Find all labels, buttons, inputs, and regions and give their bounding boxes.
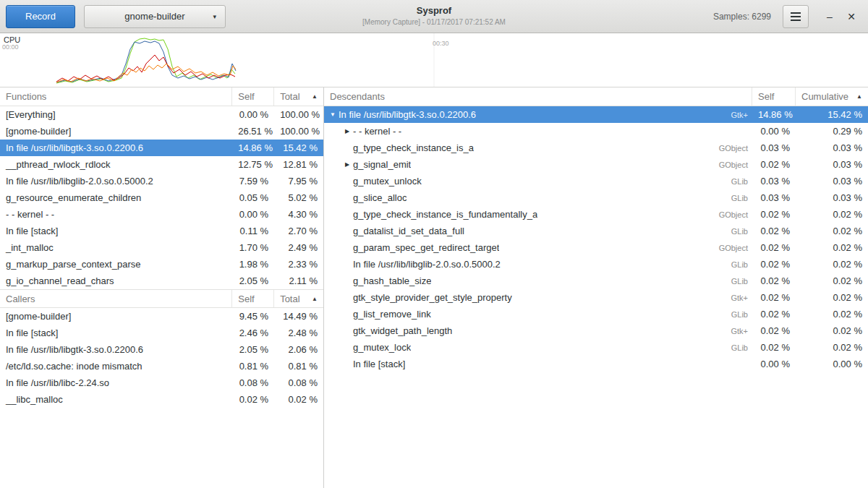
expander-closed-icon[interactable]: ▶ bbox=[341, 161, 353, 168]
cumulative-percent: 0.02 % bbox=[796, 242, 868, 253]
total-percent: 4.30 % bbox=[274, 209, 323, 220]
table-row[interactable]: _int_malloc1.70 %2.49 % bbox=[0, 239, 323, 256]
total-percent: 100.00 % bbox=[274, 109, 323, 120]
cpu-graph-area[interactable]: CPU 00:00 00:30 bbox=[0, 33, 868, 87]
self-percent: 0.02 % bbox=[232, 394, 274, 405]
table-row[interactable]: g_type_check_instance_is_aGObject0.03 %0… bbox=[324, 140, 868, 156]
cumulative-percent: 15.42 % bbox=[796, 109, 868, 120]
table-row[interactable]: In file [stack]0.11 %2.70 % bbox=[0, 223, 323, 239]
record-button[interactable]: Record bbox=[6, 5, 75, 28]
table-row[interactable]: ▶- - kernel - -0.00 %0.29 % bbox=[324, 123, 868, 140]
table-row[interactable]: g_markup_parse_context_parse1.98 %2.33 % bbox=[0, 256, 323, 273]
table-row[interactable]: g_datalist_id_set_data_fullGLib0.02 %0.0… bbox=[324, 223, 868, 239]
descendant-name-cell: g_param_spec_get_redirect_targetGObject bbox=[324, 242, 752, 253]
table-row[interactable]: g_mutex_lockGLib0.02 %0.02 % bbox=[324, 339, 868, 356]
total-percent: 15.42 % bbox=[274, 142, 323, 153]
function-name: [Everything] bbox=[0, 109, 232, 120]
table-row[interactable]: [Everything]0.00 %100.00 % bbox=[0, 106, 323, 123]
function-name: _int_malloc bbox=[0, 242, 232, 253]
table-row[interactable]: [gnome-builder]9.45 %14.49 % bbox=[0, 308, 323, 325]
column-header-callers[interactable]: Callers bbox=[0, 290, 232, 307]
function-name: g_param_spec_get_redirect_target bbox=[353, 242, 499, 253]
column-header-total[interactable]: Total ▲ bbox=[274, 87, 323, 106]
self-percent: 0.00 % bbox=[752, 359, 796, 369]
function-name: - - kernel - - bbox=[353, 126, 401, 137]
table-row[interactable]: In file /usr/lib/libgtk-3.so.0.2200.62.0… bbox=[0, 341, 323, 358]
table-row[interactable]: ▼In file /usr/lib/libgtk-3.so.0.2200.6Gt… bbox=[324, 106, 868, 123]
minimize-button[interactable]: – bbox=[819, 11, 841, 22]
function-name: g_hash_table_size bbox=[353, 275, 431, 286]
function-name: gtk_widget_path_length bbox=[353, 325, 452, 336]
functions-header-row: Functions Self Total ▲ bbox=[0, 87, 323, 106]
samples-count: Samples: 6299 bbox=[713, 12, 771, 22]
self-percent: 0.02 % bbox=[752, 226, 796, 236]
descendants-table-body: ▼In file /usr/lib/libgtk-3.so.0.2200.6Gt… bbox=[324, 106, 868, 372]
close-button[interactable]: ✕ bbox=[841, 11, 862, 22]
total-percent: 7.95 % bbox=[274, 176, 323, 187]
column-header-self[interactable]: Self bbox=[232, 87, 274, 106]
function-name: g_signal_emit bbox=[353, 159, 411, 170]
target-selector-dropdown[interactable]: gnome-builder ▾ bbox=[84, 5, 226, 28]
self-percent: 14.86 % bbox=[752, 109, 796, 120]
column-header-self[interactable]: Self bbox=[232, 290, 274, 307]
function-name: - - kernel - - bbox=[0, 209, 232, 220]
cumulative-percent: 0.03 % bbox=[796, 159, 868, 170]
function-name: In file /usr/lib/libglib-2.0.so.0.5000.2 bbox=[353, 259, 501, 270]
library-badge: Gtk+ bbox=[725, 111, 752, 119]
table-row[interactable]: ▶g_signal_emitGObject0.02 %0.03 % bbox=[324, 156, 868, 173]
self-percent: 1.98 % bbox=[232, 259, 274, 270]
table-row[interactable]: gtk_style_provider_get_style_propertyGtk… bbox=[324, 289, 868, 306]
column-header-functions[interactable]: Functions bbox=[0, 87, 232, 106]
table-row[interactable]: In file /usr/lib/libc-2.24.so0.08 %0.08 … bbox=[0, 374, 323, 391]
column-header-self[interactable]: Self bbox=[752, 87, 796, 106]
column-header-cumulative[interactable]: Cumulative ▲ bbox=[796, 87, 868, 106]
target-selector-label: gnome-builder bbox=[124, 11, 184, 22]
menu-button[interactable] bbox=[783, 5, 809, 28]
capture-subtitle: [Memory Capture] - 01/17/2017 07:21:52 A… bbox=[362, 18, 506, 26]
table-row[interactable]: g_param_spec_get_redirect_targetGObject0… bbox=[324, 239, 868, 256]
table-row[interactable]: /etc/ld.so.cache: inode mismatch0.81 %0.… bbox=[0, 358, 323, 374]
function-name: g_slice_alloc bbox=[353, 192, 407, 203]
functions-panel: Functions Self Total ▲ [Everything]0.00 … bbox=[0, 87, 323, 289]
function-name: g_list_remove_link bbox=[353, 309, 431, 320]
descendants-panel: Descendants Self Cumulative ▲ ▼In file /… bbox=[324, 87, 868, 488]
function-name: In file /usr/lib/libgtk-3.so.0.2200.6 bbox=[339, 109, 476, 120]
library-badge: GObject bbox=[713, 244, 752, 252]
column-header-descendants[interactable]: Descendants bbox=[324, 87, 752, 106]
table-row[interactable]: __libc_malloc0.02 %0.02 % bbox=[0, 391, 323, 408]
table-row[interactable]: [gnome-builder]26.51 %100.00 % bbox=[0, 123, 323, 140]
table-row[interactable]: gtk_widget_path_lengthGtk+0.02 %0.02 % bbox=[324, 322, 868, 339]
self-percent: 0.02 % bbox=[752, 259, 796, 270]
table-row[interactable]: g_type_check_instance_is_fundamentally_a… bbox=[324, 206, 868, 223]
table-row[interactable]: g_resource_enumerate_children0.05 %5.02 … bbox=[0, 189, 323, 206]
expander-open-icon[interactable]: ▼ bbox=[327, 111, 339, 118]
self-percent: 0.03 % bbox=[752, 192, 796, 203]
table-row[interactable]: g_io_channel_read_chars2.05 %2.11 % bbox=[0, 273, 323, 289]
table-row[interactable]: In file [stack]0.00 %0.00 % bbox=[324, 356, 868, 372]
function-name: /etc/ld.so.cache: inode mismatch bbox=[0, 361, 232, 372]
total-percent: 0.02 % bbox=[274, 394, 323, 405]
table-row[interactable]: g_slice_allocGLib0.03 %0.03 % bbox=[324, 189, 868, 206]
self-percent: 0.02 % bbox=[752, 342, 796, 353]
page-title: Sysprof bbox=[362, 5, 506, 16]
table-row[interactable]: __pthread_rwlock_rdlock12.75 %12.81 % bbox=[0, 156, 323, 173]
total-percent: 2.49 % bbox=[274, 242, 323, 253]
table-row[interactable]: g_list_remove_linkGLib0.02 %0.02 % bbox=[324, 306, 868, 322]
table-row[interactable]: In file /usr/lib/libglib-2.0.so.0.5000.2… bbox=[0, 173, 323, 189]
table-row[interactable]: g_hash_table_sizeGLib0.02 %0.02 % bbox=[324, 273, 868, 289]
sort-indicator-icon: ▲ bbox=[312, 93, 318, 100]
library-badge: GObject bbox=[713, 160, 752, 169]
table-row[interactable]: g_mutex_unlockGLib0.03 %0.03 % bbox=[324, 173, 868, 189]
headerbar: Record gnome-builder ▾ Sysprof [Memory C… bbox=[0, 0, 868, 33]
expander-closed-icon[interactable]: ▶ bbox=[341, 128, 353, 134]
hamburger-icon bbox=[791, 12, 801, 14]
descendant-name-cell: ▶g_signal_emitGObject bbox=[324, 159, 752, 170]
table-row[interactable]: - - kernel - -0.00 %4.30 % bbox=[0, 206, 323, 223]
column-header-total[interactable]: Total ▲ bbox=[274, 290, 323, 307]
cumulative-percent: 0.02 % bbox=[796, 275, 868, 286]
library-badge: GLib bbox=[726, 343, 752, 352]
table-row[interactable]: In file /usr/lib/libglib-2.0.so.0.5000.2… bbox=[324, 256, 868, 273]
table-row[interactable]: In file [stack]2.46 %2.48 % bbox=[0, 325, 323, 341]
self-percent: 0.02 % bbox=[752, 275, 796, 286]
table-row[interactable]: In file /usr/lib/libgtk-3.so.0.2200.614.… bbox=[0, 140, 323, 156]
